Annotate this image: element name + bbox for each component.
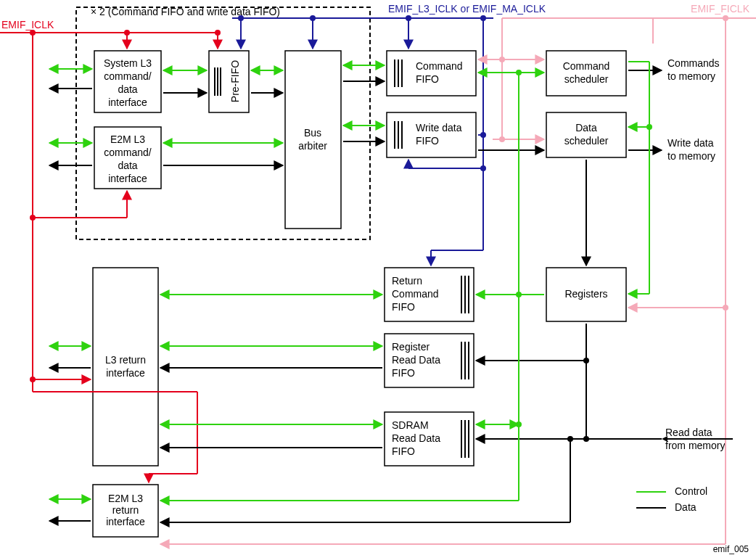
svg-point-175 — [567, 436, 573, 442]
e2m-return-block: E2M L3 return interface — [93, 485, 158, 537]
svg-text:interface: interface — [106, 367, 145, 379]
arbiter-to-fifos — [343, 65, 385, 141]
system-l3-block: System L3 command/ data interface — [94, 51, 161, 112]
left-stubs — [49, 69, 92, 521]
command-fifo-block: Command FIFO — [387, 51, 476, 96]
pre-fifo-block: Pre-FIFO — [209, 51, 249, 112]
data-scheduler-block: Data scheduler — [546, 112, 626, 157]
l3-return-links — [160, 295, 382, 448]
legend: Control Data — [636, 485, 707, 513]
e2m-return-links — [160, 436, 573, 522]
x2-label: × 2 (Command FIFO and write data FIFO) — [91, 6, 280, 17]
clock-emif-ficlk: EMIF_FICLK — [691, 3, 750, 15]
bus-arbiter-block: Bus arbiter — [285, 51, 341, 229]
svg-text:Data: Data — [575, 122, 597, 133]
svg-text:FIFO: FIFO — [392, 301, 415, 313]
svg-text:Command: Command — [392, 288, 439, 300]
svg-text:Registers: Registers — [564, 288, 607, 300]
footer-id: emif_005 — [713, 544, 749, 554]
svg-text:command/: command/ — [104, 70, 151, 82]
read-data-from-memory-label: Read data — [665, 427, 712, 438]
clock-emif-l3-iclk: EMIF_L3_ICLK or EMIF_MA_ICLK — [388, 3, 546, 15]
svg-text:interface: interface — [108, 96, 147, 108]
svg-text:command/: command/ — [104, 147, 151, 158]
return-cmd-fifo-block: Return Command FIFO — [385, 268, 474, 321]
svg-text:System L3: System L3 — [104, 57, 152, 69]
command-scheduler-block: Command scheduler — [546, 51, 626, 96]
svg-text:data: data — [118, 83, 137, 95]
svg-text:FIFO: FIFO — [392, 367, 415, 379]
svg-text:Return: Return — [392, 275, 422, 287]
register-read-data-fifo-block: Register Read Data FIFO — [385, 334, 474, 387]
svg-text:Data: Data — [675, 501, 697, 513]
schedulers-out — [628, 70, 662, 150]
svg-point-162 — [516, 70, 522, 75]
write-data-to-memory-label: Write data — [667, 137, 714, 149]
svg-text:Pre-FIFO: Pre-FIFO — [229, 60, 241, 102]
svg-text:arbiter: arbiter — [298, 140, 327, 152]
svg-text:SDRAM: SDRAM — [392, 419, 429, 431]
svg-text:interface: interface — [106, 516, 145, 527]
l3-return-block: L3 return interface — [93, 268, 158, 466]
clock-emif-iclk: EMIF_ICLK — [1, 19, 54, 30]
svg-text:from memory: from memory — [665, 440, 725, 451]
svg-text:FIFO: FIFO — [416, 73, 439, 85]
svg-text:Read Data: Read Data — [392, 354, 440, 366]
svg-text:scheduler: scheduler — [564, 135, 609, 147]
svg-text:FIFO: FIFO — [416, 135, 439, 147]
svg-text:return: return — [112, 504, 139, 516]
svg-text:Register: Register — [392, 341, 430, 353]
svg-text:to memory: to memory — [667, 150, 715, 162]
registers-block: Registers — [546, 268, 626, 321]
svg-text:E2M L3: E2M L3 — [108, 493, 143, 504]
sdram-read-data-fifo-block: SDRAM Read Data FIFO — [385, 412, 474, 466]
svg-text:Control: Control — [675, 485, 707, 497]
write-data-fifo-block: Write data FIFO — [387, 112, 476, 157]
svg-text:interface: interface — [108, 173, 147, 184]
e2m-l3-block: E2M L3 command/ data interface — [94, 127, 161, 189]
svg-text:Write data: Write data — [416, 122, 462, 133]
svg-text:Command: Command — [563, 60, 610, 72]
svg-text:Read Data: Read Data — [392, 432, 440, 444]
svg-text:FIFO: FIFO — [392, 445, 415, 457]
commands-to-memory-label: Commands — [667, 57, 720, 69]
svg-text:E2M L3: E2M L3 — [110, 133, 145, 145]
svg-text:scheduler: scheduler — [564, 73, 609, 85]
fifos-to-schedulers — [478, 73, 544, 150]
svg-text:to memory: to memory — [667, 70, 715, 82]
svg-point-101 — [480, 165, 486, 171]
svg-text:Command: Command — [416, 60, 463, 72]
svg-text:L3 return: L3 return — [105, 354, 146, 366]
svg-text:Bus: Bus — [304, 127, 321, 139]
svg-text:data: data — [118, 160, 137, 171]
